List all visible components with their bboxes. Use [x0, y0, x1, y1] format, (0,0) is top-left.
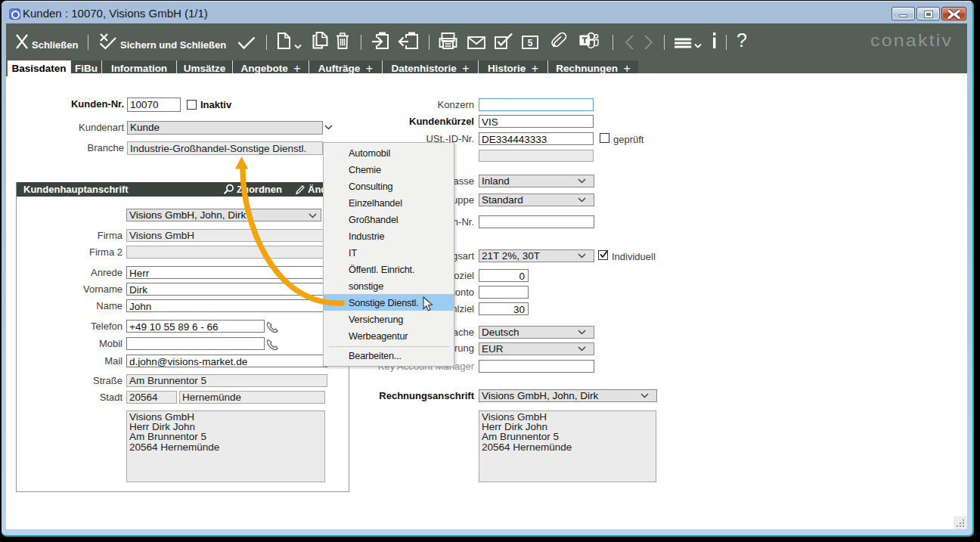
- svg-text:5: 5: [528, 38, 533, 48]
